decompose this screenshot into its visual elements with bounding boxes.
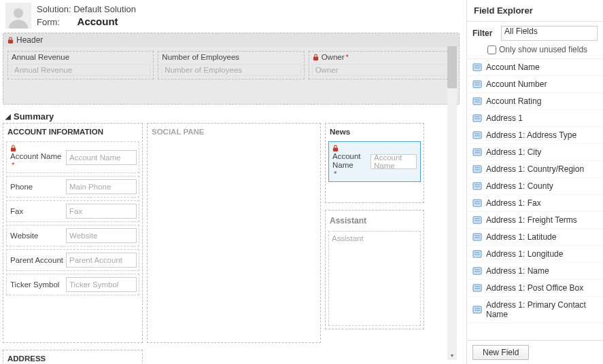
field-explorer-item[interactable]: Address 1: County <box>467 178 603 195</box>
only-unused-checkbox[interactable] <box>487 46 496 54</box>
field-item-label: Address 1: Freight Terms <box>486 215 577 225</box>
svg-rect-8 <box>473 81 481 88</box>
field-input[interactable]: Ticker Symbol <box>66 277 137 292</box>
field-row-news-account-name[interactable]: Account Name* Account Name <box>328 141 421 182</box>
field-label: Ticker Symbol <box>9 279 66 291</box>
field-item-label: Address 1: Fax <box>486 198 541 208</box>
field-explorer-item[interactable]: Address 1: Post Office Box <box>467 280 603 297</box>
field-label: Phone <box>9 181 66 193</box>
tab-summary[interactable]: ◢ Summary <box>0 111 462 123</box>
section-title-social: SOCIAL PANE <box>148 124 320 139</box>
field-input[interactable]: Main Phone <box>66 179 137 194</box>
tab-label: Summary <box>14 111 54 122</box>
field-icon <box>472 232 482 242</box>
field-item-label: Address 1: Primary Contact Name <box>486 300 598 319</box>
field-input[interactable]: Account Name <box>371 154 417 169</box>
field-label: Owner* <box>309 52 454 62</box>
new-field-button[interactable]: New Field <box>472 345 529 360</box>
filter-label: Filter <box>472 29 497 38</box>
svg-point-0 <box>14 8 23 18</box>
header-section[interactable]: Header Annual RevenueAnnual RevenueNumbe… <box>3 33 460 105</box>
field-row[interactable]: Ticker SymbolTicker Symbol <box>6 274 139 295</box>
field-label: Annual Revenue <box>8 52 153 62</box>
required-star: * <box>346 53 349 61</box>
svg-rect-14 <box>473 115 481 122</box>
header-field[interactable]: Owner*Owner <box>309 51 455 79</box>
header-field[interactable]: Number of EmployeesNumber of Employees <box>158 51 304 79</box>
column-2[interactable]: SOCIAL PANE <box>147 123 321 343</box>
field-explorer-item[interactable]: Address 1: Name <box>467 263 603 280</box>
form-label: Form: <box>37 17 60 27</box>
section-address[interactable] <box>3 306 142 308</box>
field-explorer-item[interactable]: Address 1: Address Type <box>467 127 603 144</box>
field-input[interactable]: Website <box>66 228 137 243</box>
page-header: Solution: Default Solution Form: Account <box>0 0 462 33</box>
field-list[interactable]: Account NameAccount NumberAccount Rating… <box>467 59 603 329</box>
column-3[interactable]: News Account Name* Account Name Assistan… <box>325 123 424 343</box>
field-input[interactable]: Owner <box>312 64 451 76</box>
field-explorer-item[interactable]: Address 1: City <box>467 144 603 161</box>
field-row[interactable]: FaxFax <box>6 200 139 222</box>
field-icon <box>472 113 482 123</box>
field-explorer-item[interactable]: Address 1: Country/Region <box>467 161 603 178</box>
filter-select[interactable]: All Fields <box>501 26 598 41</box>
field-explorer-item[interactable]: Address 1: Primary Contact Name <box>467 297 603 323</box>
field-icon <box>472 79 482 89</box>
section-title-news: News <box>326 124 424 139</box>
scrollbar-thumb[interactable] <box>447 46 457 88</box>
svg-rect-41 <box>473 268 481 274</box>
svg-rect-17 <box>473 132 481 139</box>
svg-rect-26 <box>473 183 481 189</box>
field-input[interactable]: Annual Revenue <box>11 64 150 76</box>
section-news[interactable]: News Account Name* Account Name <box>325 123 424 203</box>
field-row[interactable]: PhoneMain Phone <box>6 176 139 198</box>
only-unused-label: Only show unused fields <box>499 45 587 54</box>
field-explorer-item[interactable]: Address 1: Freight Terms <box>467 212 603 229</box>
field-label: Parent Account <box>9 255 66 266</box>
svg-rect-29 <box>473 200 481 206</box>
scrollbar-track[interactable]: ▾ <box>447 46 457 360</box>
field-input[interactable]: Parent Account <box>66 253 137 268</box>
header-field[interactable]: Annual RevenueAnnual Revenue <box>7 51 154 79</box>
field-explorer-item[interactable]: Address 1: Latitude <box>467 229 603 246</box>
field-input[interactable]: Number of Employees <box>161 64 300 76</box>
svg-rect-5 <box>473 64 481 71</box>
required-star: * <box>12 161 14 170</box>
field-explorer-item[interactable]: Account Rating <box>467 93 603 110</box>
field-icon <box>472 181 482 191</box>
field-item-label: Address 1: County <box>486 181 553 191</box>
assistant-body[interactable]: Assistant <box>328 231 421 326</box>
section-title-address: ADDRESS <box>3 350 142 364</box>
field-icon <box>472 198 482 208</box>
avatar <box>5 3 31 29</box>
field-row[interactable]: Parent AccountParent Account <box>6 249 139 271</box>
field-explorer-item[interactable]: Address 1 <box>467 110 603 127</box>
section-address[interactable]: ADDRESS Address 1Address 1 <box>3 350 143 364</box>
social-pane-body[interactable] <box>148 139 320 342</box>
scrollbar-down-icon[interactable]: ▾ <box>447 350 457 360</box>
field-label: Website <box>9 230 66 242</box>
field-icon <box>472 130 482 140</box>
section-assistant[interactable]: Assistant Assistant <box>325 210 424 329</box>
field-item-label: Address 1: Name <box>486 266 549 276</box>
lock-icon <box>332 145 339 152</box>
field-explorer-item[interactable]: Account Name <box>467 59 603 76</box>
svg-rect-1 <box>8 39 13 43</box>
field-explorer-item[interactable]: Address 1: Longitude <box>467 246 603 263</box>
field-explorer-item[interactable]: Address 1: Fax <box>467 195 603 212</box>
column-1[interactable]: ACCOUNT INFORMATION Account Name*Account… <box>3 123 143 343</box>
field-icon <box>472 249 482 259</box>
svg-rect-23 <box>473 166 481 172</box>
field-explorer-item[interactable]: Account Number <box>467 76 603 93</box>
field-row[interactable]: WebsiteWebsite <box>6 225 139 247</box>
field-icon <box>472 215 482 225</box>
field-row[interactable]: Account Name*Account Name <box>6 141 139 173</box>
field-label: Fax <box>9 206 66 217</box>
field-item-label: Account Rating <box>486 96 541 106</box>
field-input[interactable]: Fax <box>66 204 137 219</box>
field-input[interactable]: Account Name <box>66 150 137 165</box>
solution-name: Default Solution <box>73 4 136 14</box>
field-item-label: Address 1: Latitude <box>486 232 556 242</box>
label-text: Account Name <box>332 152 369 170</box>
svg-rect-11 <box>473 98 481 105</box>
